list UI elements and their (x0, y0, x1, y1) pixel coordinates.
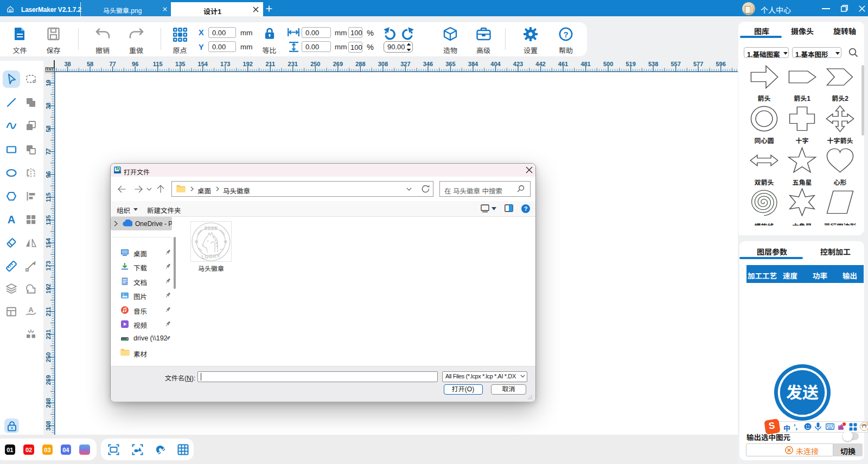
svg-text:211: 211 (265, 61, 275, 67)
svg-text:384: 384 (468, 61, 478, 67)
svg-text:250: 250 (46, 352, 52, 362)
svg-text:461: 461 (558, 61, 568, 67)
svg-text:288: 288 (355, 61, 365, 67)
svg-text:154: 154 (46, 237, 52, 248)
svg-text:596: 596 (716, 61, 726, 67)
svg-text:173: 173 (220, 61, 230, 67)
svg-text:538: 538 (648, 61, 658, 67)
svg-text:38: 38 (64, 61, 71, 67)
svg-text:96: 96 (46, 171, 52, 177)
svg-text:269: 269 (46, 375, 52, 384)
svg-text:发送: 发送 (786, 384, 819, 402)
svg-text:231: 231 (46, 329, 52, 339)
svg-text:250: 250 (310, 61, 320, 67)
svg-text:135: 135 (46, 215, 52, 224)
svg-text:269: 269 (333, 61, 343, 67)
svg-text:173: 173 (46, 261, 52, 270)
svg-text:19: 19 (46, 80, 52, 86)
svg-text:154: 154 (198, 61, 208, 67)
svg-text:557: 557 (671, 61, 680, 67)
svg-text:308: 308 (46, 421, 52, 430)
svg-text:135: 135 (175, 61, 185, 67)
svg-text:192: 192 (46, 283, 52, 293)
svg-text:404: 404 (490, 61, 501, 67)
svg-text:481: 481 (580, 61, 590, 67)
svg-text:77: 77 (110, 61, 116, 67)
svg-text:308: 308 (378, 61, 388, 67)
svg-text:A: A (7, 214, 15, 225)
svg-text:500: 500 (603, 61, 613, 67)
svg-text:115: 115 (153, 61, 163, 67)
svg-text:38: 38 (46, 102, 52, 109)
svg-text:115: 115 (46, 192, 52, 202)
svg-text:423: 423 (513, 61, 523, 67)
svg-text:327: 327 (400, 61, 410, 67)
svg-text:442: 442 (535, 61, 545, 67)
svg-text:577: 577 (693, 61, 703, 67)
svg-text:231: 231 (288, 61, 298, 67)
svg-text:288: 288 (46, 398, 52, 408)
svg-text:58: 58 (46, 125, 52, 132)
svg-text:2026: 2026 (205, 224, 218, 230)
svg-text:365: 365 (445, 61, 455, 67)
svg-text:A: A (28, 306, 34, 314)
svg-text:96: 96 (132, 61, 138, 67)
svg-text:?: ? (563, 30, 568, 39)
svg-text:346: 346 (423, 61, 433, 67)
svg-text:519: 519 (626, 61, 635, 67)
svg-text:77: 77 (46, 148, 52, 154)
svg-text:58: 58 (87, 61, 93, 67)
svg-text:211: 211 (46, 306, 52, 316)
svg-text:192: 192 (243, 61, 253, 67)
